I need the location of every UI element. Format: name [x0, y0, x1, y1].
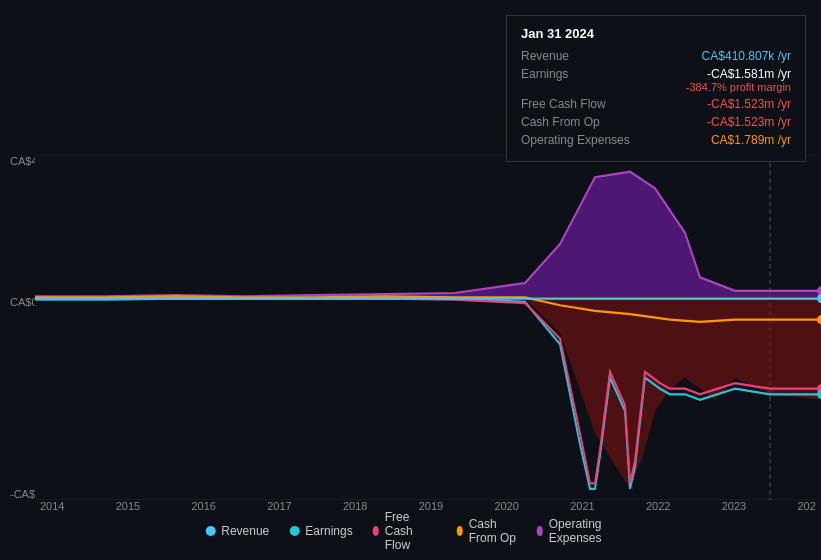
legend-fcf-label: Free Cash Flow	[385, 510, 437, 552]
legend-opex: Operating Expenses	[537, 517, 616, 545]
x-label-2015: 2015	[116, 500, 140, 512]
opex-label: Operating Expenses	[521, 133, 641, 147]
x-label-2014: 2014	[40, 500, 64, 512]
legend-fcf: Free Cash Flow	[373, 510, 437, 552]
info-tooltip: Jan 31 2024 Revenue CA$410.807k /yr Earn…	[506, 15, 806, 162]
legend-revenue: Revenue	[205, 524, 269, 538]
legend-opex-label: Operating Expenses	[549, 517, 616, 545]
earnings-label: Earnings	[521, 67, 641, 81]
cashfromop-dot	[457, 526, 463, 536]
info-row-earnings: Earnings -CA$1.581m /yr -384.7% profit m…	[521, 67, 791, 93]
opex-dot	[537, 526, 543, 536]
earnings-value: -CA$1.581m /yr -384.7% profit margin	[686, 67, 791, 93]
chart-legend: Revenue Earnings Free Cash Flow Cash Fro…	[205, 510, 616, 552]
revenue-label: Revenue	[521, 49, 641, 63]
legend-cashfromop: Cash From Op	[457, 517, 517, 545]
legend-earnings: Earnings	[289, 524, 352, 538]
info-row-fcf: Free Cash Flow -CA$1.523m /yr	[521, 97, 791, 111]
x-label-2022: 2022	[646, 500, 670, 512]
x-label-2024: 202	[798, 500, 816, 512]
y-label-zero: CA$0	[10, 296, 38, 308]
info-row-cashfromop: Cash From Op -CA$1.523m /yr	[521, 115, 791, 129]
info-row-opex: Operating Expenses CA$1.789m /yr	[521, 133, 791, 147]
fcf-value: -CA$1.523m /yr	[707, 97, 791, 111]
chart-svg	[35, 155, 821, 500]
revenue-value: CA$410.807k /yr	[702, 49, 791, 63]
earnings-dot	[289, 526, 299, 536]
legend-cashfromop-label: Cash From Op	[469, 517, 517, 545]
info-title: Jan 31 2024	[521, 26, 791, 41]
chart-area: CA$4m CA$0 -CA$6m	[0, 155, 821, 500]
legend-revenue-label: Revenue	[221, 524, 269, 538]
cashfromop-label: Cash From Op	[521, 115, 641, 129]
fcf-label: Free Cash Flow	[521, 97, 641, 111]
revenue-dot	[205, 526, 215, 536]
opex-value: CA$1.789m /yr	[711, 133, 791, 147]
fcf-dot	[373, 526, 379, 536]
x-label-2023: 2023	[722, 500, 746, 512]
info-row-revenue: Revenue CA$410.807k /yr	[521, 49, 791, 63]
legend-earnings-label: Earnings	[305, 524, 352, 538]
cashfromop-value: -CA$1.523m /yr	[707, 115, 791, 129]
